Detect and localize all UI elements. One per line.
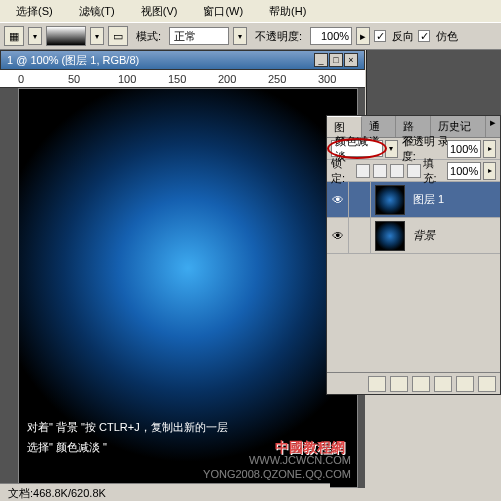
watermark: WWW.JCWCN.COM YONG2008.QZONE.QQ.COM	[203, 453, 351, 481]
visibility-toggle[interactable]: 👁	[327, 218, 349, 254]
lock-position-icon[interactable]	[390, 164, 404, 178]
opacity-input[interactable]: 100%	[310, 27, 352, 45]
fx-icon[interactable]	[368, 376, 386, 392]
document-title: 1 @ 100% (图层 1, RGB/8)	[7, 53, 139, 68]
panel-bottom-bar	[327, 372, 500, 394]
fill-label: 填充:	[423, 156, 446, 186]
menu-window[interactable]: 窗口(W)	[191, 2, 255, 21]
mode-arrow[interactable]: ▾	[233, 27, 247, 45]
canvas[interactable]: 对着" 背景 "按 CTLR+J，复制出新的一层 选择" 颜色减淡 " 中國教程…	[18, 88, 358, 488]
gradient-tool-icon[interactable]: ▦	[4, 26, 24, 46]
mask-icon[interactable]	[390, 376, 408, 392]
layer-item-1[interactable]: 👁 图层 1	[327, 182, 500, 218]
tool-preset-dropdown[interactable]: ▾	[28, 27, 42, 45]
menu-filter[interactable]: 滤镜(T)	[67, 2, 127, 21]
link-col[interactable]	[349, 182, 371, 218]
trash-icon[interactable]	[478, 376, 496, 392]
gradient-picker-arrow[interactable]: ▾	[90, 27, 104, 45]
menu-help[interactable]: 帮助(H)	[257, 2, 318, 21]
lock-pixels-icon[interactable]	[373, 164, 387, 178]
panel-menu-icon[interactable]: ▸	[486, 116, 500, 137]
tutorial-caption: 对着" 背景 "按 CTLR+J，复制出新的一层 选择" 颜色减淡 "	[27, 417, 228, 457]
menu-bar: 选择(S) 滤镜(T) 视图(V) 窗口(W) 帮助(H)	[0, 0, 501, 22]
fill-input[interactable]: 100%	[447, 162, 481, 180]
mode-label: 模式:	[132, 29, 165, 44]
blend-mode-select[interactable]: 颜色减淡	[331, 140, 383, 157]
layer-thumb[interactable]	[375, 185, 405, 215]
layer-opacity-arrow[interactable]: ▸	[483, 140, 496, 158]
maximize-button[interactable]: □	[329, 53, 343, 67]
options-bar: ▦ ▾ ▾ ▭ 模式: 正常 ▾ 不透明度: 100% ▸ ✓ 反向 ✓ 仿色	[0, 22, 501, 50]
minimize-button[interactable]: _	[314, 53, 328, 67]
menu-select[interactable]: 选择(S)	[4, 2, 65, 21]
linear-gradient-icon[interactable]: ▭	[108, 26, 128, 46]
lock-transparent-icon[interactable]	[356, 164, 370, 178]
visibility-toggle[interactable]: 👁	[327, 182, 349, 218]
gradient-preview[interactable]	[46, 26, 86, 46]
close-button[interactable]: ×	[344, 53, 358, 67]
workspace-gray-area	[366, 50, 501, 115]
layer-name: 背景	[409, 228, 439, 243]
reverse-checkbox[interactable]: ✓	[374, 30, 386, 42]
fill-arrow[interactable]: ▸	[483, 162, 496, 180]
dither-checkbox[interactable]: ✓	[418, 30, 430, 42]
mode-select[interactable]: 正常	[169, 27, 229, 45]
status-bar: 文档:468.8K/620.8K	[0, 483, 330, 501]
reverse-label: 反向	[392, 29, 414, 44]
lock-all-icon[interactable]	[407, 164, 421, 178]
blend-row: 颜色减淡 ▾ 不透明度: 100% ▸	[327, 138, 500, 160]
opacity-arrow[interactable]: ▸	[356, 27, 370, 45]
new-layer-icon[interactable]	[456, 376, 474, 392]
menu-view[interactable]: 视图(V)	[129, 2, 190, 21]
folder-icon[interactable]	[412, 376, 430, 392]
opacity-label: 不透明度:	[251, 29, 306, 44]
layer-opacity-input[interactable]: 100%	[447, 140, 481, 158]
link-col[interactable]	[349, 218, 371, 254]
layers-panel: 图层 通道 路径 历史记录 ▸ 颜色减淡 ▾ 不透明度: 100% ▸ 锁定: …	[326, 115, 501, 395]
layer-thumb[interactable]	[375, 221, 405, 251]
layer-name: 图层 1	[409, 192, 448, 207]
canvas-area: 0 50 100 150 200 250 300 对着" 背景 "按 CTLR+…	[0, 70, 365, 488]
dither-label: 仿色	[436, 29, 458, 44]
layer-list: 👁 图层 1 👁 背景	[327, 182, 500, 254]
document-titlebar: 1 @ 100% (图层 1, RGB/8) _ □ ×	[0, 50, 365, 70]
layer-item-bg[interactable]: 👁 背景	[327, 218, 500, 254]
ruler-horizontal: 0 50 100 150 200 250 300	[0, 70, 365, 88]
adjust-icon[interactable]	[434, 376, 452, 392]
